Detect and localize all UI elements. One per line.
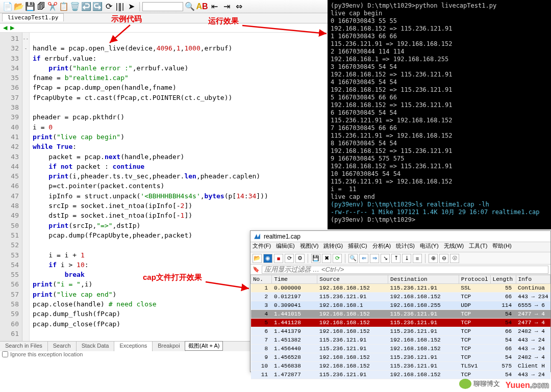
ws-expand-icon[interactable]: ≡ bbox=[413, 254, 422, 263]
indent-right-icon[interactable]: ⇥ bbox=[221, 1, 232, 12]
wireshark-menubar: 文件(F)编辑(E)视图(V)跳转(G)捕获(C)分析(A)统计(S)电话(Y)… bbox=[251, 242, 550, 252]
filter-bookmark-icon[interactable]: 🔖 bbox=[253, 266, 260, 273]
toolbar-icon-9[interactable]: ⟳ bbox=[103, 1, 114, 12]
toolbar-icon-10[interactable]: |‖| bbox=[114, 1, 126, 12]
ws-menu-item[interactable]: 无线(W) bbox=[444, 243, 464, 249]
ws-goto-icon[interactable]: ↘ bbox=[381, 254, 390, 263]
toolbar-icon-5[interactable]: 📋 bbox=[58, 1, 69, 12]
ignore-exception-checkbox[interactable] bbox=[2, 351, 8, 357]
packet-row[interactable]: 41.441015192.168.168.152115.236.121.91TC… bbox=[251, 310, 550, 319]
ws-zoom1-icon[interactable]: ⦾ bbox=[450, 254, 459, 263]
toolbar-icon-1[interactable]: 📂 bbox=[13, 1, 24, 12]
ws-menu-item[interactable]: 电话(Y) bbox=[420, 243, 439, 249]
ws-col-destination[interactable]: Destination bbox=[388, 275, 459, 284]
wireshark-filter-input[interactable] bbox=[262, 266, 548, 274]
file-tab[interactable]: livecapTest1.py bbox=[2, 13, 64, 21]
toolbar-icon-8[interactable]: ↪️ bbox=[92, 1, 103, 12]
search-icon[interactable]: 🔍 bbox=[184, 1, 195, 12]
ws-menu-item[interactable]: 文件(F) bbox=[253, 243, 271, 249]
ws-open-icon[interactable]: 📂 bbox=[253, 254, 262, 263]
toolbar-icon-6[interactable]: 🗑️ bbox=[69, 1, 81, 12]
bottom-tab-stack-data[interactable]: Stack Data bbox=[77, 342, 115, 351]
wireshark-window: realtime1.cap 文件(F)编辑(E)视图(V)跳转(G)捕获(C)分… bbox=[250, 230, 551, 372]
toolbar-icon-4[interactable]: ✂️ bbox=[47, 1, 58, 12]
toolbar-icon-2[interactable]: 💾 bbox=[24, 1, 36, 12]
packet-row[interactable]: 81.456440115.236.121.91192.168.168.152TC… bbox=[251, 345, 550, 353]
wireshark-toolbar: 📂 ◉ ■ ⟳ ⚙ 💾 ✖ ⟳ 🔍 ⇐ ⇒ ↘ ⤒ ⤓ ≡ ⊕ ⊖ ⦾ bbox=[251, 252, 550, 265]
fold-column[interactable]: - - - bbox=[22, 33, 30, 341]
indent-left-icon[interactable]: ⇤ bbox=[209, 1, 220, 12]
ws-col-no[interactable]: No. bbox=[251, 275, 272, 284]
ws-col-time[interactable]: Time bbox=[272, 275, 317, 284]
line-number-gutter: 31 32 33 34 35 36 37 38 39 40 41 42 43 4… bbox=[0, 33, 22, 341]
packet-row[interactable]: 101.456838192.168.168.152115.236.121.91T… bbox=[251, 362, 550, 371]
wechat-icon bbox=[459, 379, 471, 389]
highlight-icon[interactable]: AB bbox=[196, 1, 208, 12]
ws-menu-item[interactable]: 视图(V) bbox=[300, 243, 319, 249]
ws-close-icon[interactable]: ✖ bbox=[322, 254, 331, 263]
ws-col-length[interactable]: Length bbox=[490, 275, 516, 284]
ws-menu-item[interactable]: 编辑(E) bbox=[276, 243, 295, 249]
packet-row[interactable]: 111.472877115.236.121.91192.168.168.152T… bbox=[251, 371, 550, 379]
toolbar-search-input[interactable] bbox=[142, 2, 183, 11]
packet-table[interactable]: No.TimeSourceDestinationProtocolLengthIn… bbox=[251, 275, 550, 379]
bottom-tab-breakpoi[interactable]: Breakpoi bbox=[153, 342, 185, 351]
ws-find-icon[interactable]: 🔍 bbox=[348, 254, 358, 263]
toolbar-icon-3[interactable]: 🗐 bbox=[36, 1, 47, 12]
ws-save-icon[interactable]: 💾 bbox=[311, 254, 320, 263]
ws-col-protocol[interactable]: Protocol bbox=[459, 275, 490, 284]
packet-row[interactable]: 10.000000192.168.168.152115.236.121.91SS… bbox=[251, 284, 550, 293]
wireshark-title: realtime1.cap bbox=[264, 233, 300, 240]
toolbar-separator bbox=[139, 2, 140, 11]
ws-menu-item[interactable]: 统计(S) bbox=[396, 243, 415, 249]
packet-row[interactable]: 20.012197115.236.121.91192.168.168.152TC… bbox=[251, 293, 550, 301]
bottom-tab-search[interactable]: Search bbox=[48, 342, 77, 351]
ws-settings-icon[interactable]: ⚙ bbox=[295, 254, 305, 263]
ignore-exception-label: Ignore this exception location bbox=[10, 351, 83, 357]
ws-menu-item[interactable]: 分析(A) bbox=[372, 243, 391, 249]
shortcut-hint: 截图(Alt + A) bbox=[185, 341, 223, 351]
ws-restart-icon[interactable]: ⟳ bbox=[285, 254, 294, 263]
ws-first-icon[interactable]: ⤒ bbox=[391, 254, 400, 263]
ws-menu-item[interactable]: 跳转(G) bbox=[323, 243, 343, 249]
wechat-label: 聊聊博文 bbox=[473, 379, 500, 388]
ws-menu-item[interactable]: 帮助(H) bbox=[492, 243, 511, 249]
stretch-icon[interactable]: ⇔ bbox=[233, 1, 244, 12]
ws-prev-icon[interactable]: ⇐ bbox=[359, 254, 368, 263]
packet-row[interactable]: 61.441379192.168.168.152115.236.121.91TC… bbox=[251, 327, 550, 336]
ws-col-info[interactable]: Info bbox=[516, 275, 550, 284]
ws-menu-item[interactable]: 捕获(C) bbox=[348, 243, 367, 249]
packet-row[interactable]: 91.456528192.168.168.152115.236.121.91TC… bbox=[251, 353, 550, 362]
nav-back-icon[interactable]: ◀ bbox=[3, 24, 7, 31]
ws-zoomfit-icon[interactable]: ⊕ bbox=[429, 254, 438, 263]
toolbar-icon-11[interactable]: ➤ bbox=[126, 1, 137, 12]
wireshark-filter-row: 🔖 bbox=[251, 265, 550, 275]
toolbar-icon-0[interactable]: 📄 bbox=[2, 1, 13, 12]
ws-col-source[interactable]: Source bbox=[317, 275, 388, 284]
packet-row[interactable]: 30.309041192.168.168.1192.168.168.255UDP… bbox=[251, 301, 550, 310]
ws-last-icon[interactable]: ⤓ bbox=[402, 254, 411, 263]
ws-next-icon[interactable]: ⇒ bbox=[370, 254, 379, 263]
packet-row[interactable]: 51.441128192.168.168.152115.236.121.91TC… bbox=[251, 319, 550, 327]
console-output[interactable]: (py39env) D:\tmp\t1029>python livecapTes… bbox=[328, 0, 551, 229]
packet-row[interactable]: 71.451382115.236.121.91192.168.168.152TC… bbox=[251, 336, 550, 345]
bottom-tab-exceptions[interactable]: Exceptions bbox=[114, 342, 153, 351]
wireshark-titlebar[interactable]: realtime1.cap bbox=[251, 231, 550, 242]
wireshark-icon bbox=[254, 233, 261, 240]
ignore-exception-row: Ignore this exception location bbox=[2, 351, 83, 357]
ws-stop-icon[interactable]: ■ bbox=[274, 254, 283, 263]
nav-fwd-icon[interactable]: ▶ bbox=[10, 24, 14, 31]
ws-menu-item[interactable]: 工具(T) bbox=[469, 243, 487, 249]
wechat-badge: 聊聊博文 bbox=[459, 379, 500, 389]
bottom-tab-search-in-files[interactable]: Search in Files bbox=[0, 342, 48, 351]
ws-record-icon[interactable]: ◉ bbox=[263, 254, 272, 263]
ws-zoomout-icon[interactable]: ⊖ bbox=[439, 254, 448, 263]
ws-reload-icon[interactable]: ⟳ bbox=[333, 254, 342, 263]
watermark: Yuuen.com bbox=[506, 381, 549, 390]
toolbar-icon-7[interactable]: ↩️ bbox=[81, 1, 92, 12]
